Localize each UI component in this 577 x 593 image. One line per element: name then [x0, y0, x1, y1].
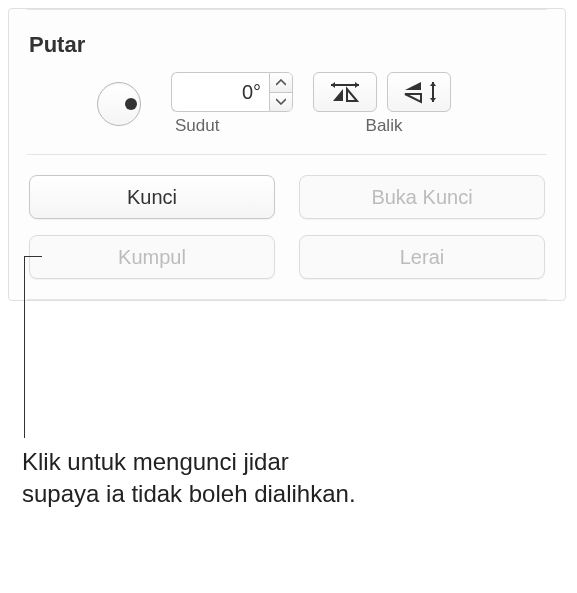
angle-input-wrap — [171, 72, 293, 112]
ungroup-button[interactable]: Lerai — [299, 235, 545, 279]
svg-marker-6 — [430, 82, 436, 86]
angle-step-up[interactable] — [270, 73, 292, 93]
svg-marker-4 — [347, 89, 357, 101]
group-button[interactable]: Kumpul — [29, 235, 275, 279]
svg-marker-7 — [430, 98, 436, 102]
section-title-rotate: Putar — [9, 10, 565, 72]
flip-horizontal-button[interactable] — [313, 72, 377, 112]
action-buttons-grid: Kunci Buka Kunci Kumpul Lerai — [9, 155, 565, 299]
rotation-dial[interactable] — [97, 82, 141, 126]
angle-group: Sudut — [171, 72, 293, 136]
flip-buttons — [313, 72, 451, 112]
flip-label: Balik — [362, 116, 403, 136]
svg-marker-8 — [405, 82, 421, 90]
flip-vertical-icon — [399, 79, 439, 105]
divider-bottom — [27, 299, 547, 300]
angle-stepper — [269, 72, 293, 112]
unlock-button[interactable]: Buka Kunci — [299, 175, 545, 219]
callout-line — [24, 256, 25, 438]
svg-marker-3 — [333, 89, 343, 101]
callout-tick — [24, 256, 42, 257]
svg-marker-1 — [331, 82, 335, 88]
chevron-up-icon — [276, 79, 286, 86]
callout-text: Klik untuk mengunci jidar supaya ia tida… — [22, 446, 362, 511]
flip-horizontal-icon — [325, 79, 365, 105]
arrange-panel: Putar Sudut — [8, 8, 566, 301]
lock-button[interactable]: Kunci — [29, 175, 275, 219]
flip-group: Balik — [313, 72, 451, 136]
angle-label: Sudut — [171, 116, 219, 136]
svg-marker-9 — [405, 94, 421, 102]
svg-marker-2 — [355, 82, 359, 88]
angle-step-down[interactable] — [270, 93, 292, 112]
flip-vertical-button[interactable] — [387, 72, 451, 112]
angle-input[interactable] — [171, 72, 269, 112]
rotate-controls-row: Sudut — [9, 72, 565, 144]
rotation-dial-indicator — [125, 98, 137, 110]
chevron-down-icon — [276, 98, 286, 105]
